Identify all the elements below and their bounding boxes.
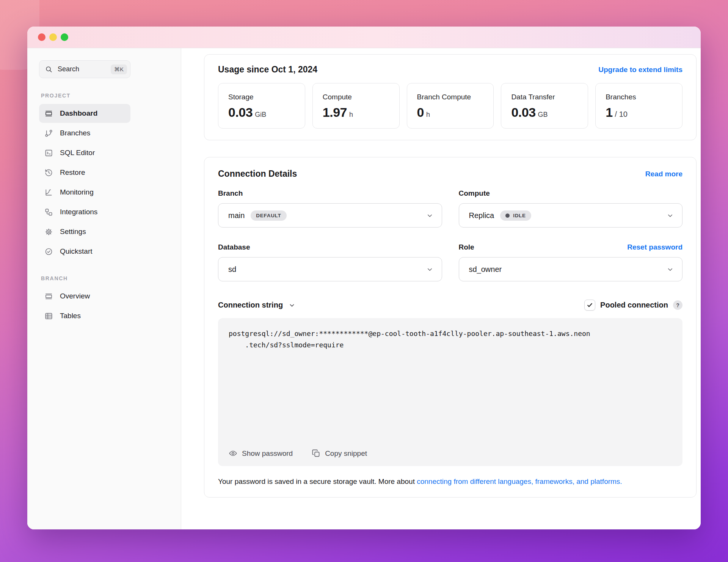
connection-string-selector[interactable]: Connection string xyxy=(218,301,295,309)
idle-badge: IDLE xyxy=(500,210,531,221)
pooled-connection-toggle: Pooled connection ? xyxy=(584,300,682,311)
idle-status-dot xyxy=(505,213,510,218)
sidebar-item-label: SQL Editor xyxy=(60,149,95,157)
search-icon xyxy=(45,65,53,73)
password-note: Your password is saved in a secure stora… xyxy=(218,475,682,488)
read-more-link[interactable]: Read more xyxy=(645,170,682,178)
window-content: Search ⌘K PROJECT Dashboard Branches xyxy=(27,48,701,529)
sidebar-item-integrations[interactable]: Integrations xyxy=(39,203,130,221)
reset-password-link[interactable]: Reset password xyxy=(627,243,682,251)
branch-select[interactable]: main DEFAULT xyxy=(218,203,442,228)
role-field-label: Role xyxy=(459,243,474,251)
maximize-window-button[interactable] xyxy=(61,33,68,41)
stat-card-branch-compute: Branch Compute 0h xyxy=(407,83,494,129)
dashboard-icon xyxy=(44,109,53,118)
sidebar-item-label: Quickstart xyxy=(60,247,93,256)
default-badge: DEFAULT xyxy=(251,210,286,221)
project-section-label: PROJECT xyxy=(41,93,130,99)
sidebar-item-settings[interactable]: Settings xyxy=(39,222,130,241)
eye-icon xyxy=(229,449,237,458)
branches-icon xyxy=(44,129,53,138)
sidebar-item-branches[interactable]: Branches xyxy=(39,124,130,143)
sidebar-item-label: Monitoring xyxy=(60,188,94,196)
usage-stats-row: Storage 0.03GiB Compute 1.97h Branch Com… xyxy=(218,83,682,129)
chevron-down-icon xyxy=(426,212,433,219)
copy-icon xyxy=(312,449,320,458)
compute-select[interactable]: Replica IDLE xyxy=(459,203,683,228)
quickstart-icon xyxy=(44,247,53,256)
chevron-down-icon xyxy=(426,266,433,273)
connection-string-text[interactable]: postgresql://sd_owner:************@ep-co… xyxy=(229,328,672,351)
role-select-value: sd_owner xyxy=(469,265,502,274)
sidebar-item-label: Settings xyxy=(60,228,86,236)
connection-string-box: postgresql://sd_owner:************@ep-co… xyxy=(218,318,682,466)
search-label: Search xyxy=(58,65,79,73)
stat-card-storage: Storage 0.03GiB xyxy=(218,83,305,129)
sidebar-item-label: Integrations xyxy=(60,208,97,216)
sql-editor-icon xyxy=(44,149,53,157)
sidebar-item-label: Overview xyxy=(60,292,90,300)
window-titlebar xyxy=(27,27,701,48)
branch-section-label: BRANCH xyxy=(41,275,130,281)
usage-card: Usage since Oct 1, 2024 Upgrade to exten… xyxy=(204,54,697,140)
close-window-button[interactable] xyxy=(38,33,46,41)
connection-details-title: Connection Details xyxy=(218,169,297,179)
help-icon[interactable]: ? xyxy=(673,300,682,310)
tables-icon xyxy=(44,312,53,320)
integrations-icon xyxy=(44,208,53,217)
sidebar-item-quickstart[interactable]: Quickstart xyxy=(39,242,130,261)
overview-icon xyxy=(44,292,53,301)
search-shortcut-badge: ⌘K xyxy=(111,64,127,74)
sidebar-item-label: Branches xyxy=(60,129,90,137)
stat-card-compute: Compute 1.97h xyxy=(312,83,400,129)
sidebar: Search ⌘K PROJECT Dashboard Branches xyxy=(27,48,181,529)
sidebar-item-monitoring[interactable]: Monitoring xyxy=(39,183,130,202)
main-content: Usage since Oct 1, 2024 Upgrade to exten… xyxy=(181,48,701,529)
role-select[interactable]: sd_owner xyxy=(459,257,683,281)
show-password-button[interactable]: Show password xyxy=(229,449,293,458)
desktop-background: Search ⌘K PROJECT Dashboard Branches xyxy=(0,0,728,562)
minimize-window-button[interactable] xyxy=(49,33,57,41)
chevron-down-icon xyxy=(667,212,674,219)
copy-snippet-button[interactable]: Copy snippet xyxy=(312,449,367,458)
branch-field: Branch main DEFAULT xyxy=(218,188,442,228)
compute-select-value: Replica xyxy=(469,211,494,220)
chevron-down-icon xyxy=(667,266,674,273)
monitoring-icon xyxy=(44,188,53,197)
usage-title: Usage since Oct 1, 2024 xyxy=(218,64,317,75)
role-field: Role Reset password sd_owner xyxy=(459,242,683,281)
docs-link[interactable]: connecting from different languages, fra… xyxy=(417,477,622,485)
database-select-value: sd xyxy=(228,265,236,274)
check-icon xyxy=(587,302,593,308)
sidebar-item-sql-editor[interactable]: SQL Editor xyxy=(39,143,130,162)
sidebar-item-dashboard[interactable]: Dashboard xyxy=(39,104,130,123)
branch-field-label: Branch xyxy=(218,189,243,198)
stat-card-data-transfer: Data Transfer 0.03GB xyxy=(501,83,588,129)
database-select[interactable]: sd xyxy=(218,257,442,281)
stat-card-branches: Branches 1/ 10 xyxy=(595,83,682,129)
sidebar-item-tables[interactable]: Tables xyxy=(39,306,130,325)
compute-field: Compute Replica IDLE xyxy=(459,188,683,228)
restore-icon xyxy=(44,168,53,177)
pooled-connection-checkbox[interactable] xyxy=(584,300,595,311)
upgrade-link[interactable]: Upgrade to extend limits xyxy=(598,66,682,74)
compute-field-label: Compute xyxy=(459,189,490,198)
sidebar-item-overview[interactable]: Overview xyxy=(39,287,130,306)
database-field-label: Database xyxy=(218,243,250,251)
pooled-connection-label: Pooled connection xyxy=(600,301,668,309)
chevron-down-icon xyxy=(289,302,295,309)
branch-select-value: main xyxy=(228,211,245,220)
database-field: Database sd xyxy=(218,242,442,281)
sidebar-item-label: Tables xyxy=(60,312,81,320)
connection-details-card: Connection Details Read more Branch main… xyxy=(204,157,697,498)
sidebar-item-label: Restore xyxy=(60,168,85,177)
settings-icon xyxy=(44,228,53,236)
app-window: Search ⌘K PROJECT Dashboard Branches xyxy=(27,27,701,529)
sidebar-item-label: Dashboard xyxy=(60,109,97,118)
sidebar-item-restore[interactable]: Restore xyxy=(39,163,130,182)
search-input[interactable]: Search ⌘K xyxy=(39,60,130,78)
